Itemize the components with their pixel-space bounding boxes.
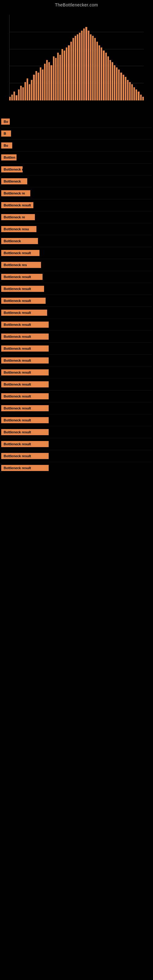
chart-bar xyxy=(105,52,107,100)
list-item: Bottleneck result xyxy=(0,283,153,294)
bottleneck-result-badge: Bottleneck result xyxy=(1,429,49,435)
bottleneck-result-badge: Bottleneck result xyxy=(1,417,49,423)
site-title: TheBottlenecker.com xyxy=(0,0,153,9)
list-item: Bottleneck xyxy=(0,235,153,247)
bottleneck-result-badge: Bottleneck xyxy=(1,178,27,185)
chart-bar xyxy=(83,29,85,100)
chart-bar xyxy=(103,51,104,100)
bottleneck-result-badge: Bottleneck result xyxy=(1,202,33,208)
chart-bar xyxy=(127,80,129,100)
list-item: Bottleneck result xyxy=(0,307,153,318)
chart-bar xyxy=(62,49,63,100)
list-item: Bottleneck result xyxy=(0,379,153,390)
chart-bar xyxy=(66,48,67,100)
chart-bar xyxy=(48,62,50,100)
chart-bar xyxy=(110,60,111,100)
chart-bar xyxy=(9,97,11,100)
list-item: Bottleneck result xyxy=(0,355,153,366)
chart-bar xyxy=(13,92,15,100)
list-item: Bottleneck result xyxy=(0,319,153,331)
chart-bar xyxy=(123,75,124,100)
chart-bar xyxy=(70,41,72,100)
chart-bar xyxy=(24,82,26,100)
bottleneck-result-badge: Bottleneck result xyxy=(1,369,49,375)
chart-bar xyxy=(35,71,37,100)
list-item: Bottleneck result xyxy=(0,367,153,378)
chart-bar xyxy=(33,75,35,100)
bottleneck-result-badge: Bottleneck result xyxy=(1,334,49,340)
bottleneck-result-badge: Bottleneck result xyxy=(1,250,40,256)
bottleneck-result-badge: Bottleneck result xyxy=(1,321,49,328)
list-item: Bottleneck res xyxy=(0,259,153,271)
chart-bar xyxy=(125,77,126,100)
bottleneck-result-badge: Bottleneck result xyxy=(1,405,49,411)
list-item: Bo xyxy=(0,116,153,127)
list-item: Bottleneck re xyxy=(0,211,153,223)
chart-bar xyxy=(64,51,65,100)
bottleneck-result-badge: Bo xyxy=(1,119,10,125)
chart-bar xyxy=(101,48,102,100)
list-item: Bottleneck result xyxy=(0,426,153,438)
bottleneck-result-badge: Bottleneck result xyxy=(1,465,49,471)
bottleneck-result-badge: Bottlen xyxy=(1,154,16,161)
chart-bar xyxy=(90,34,91,100)
bottleneck-result-badge: B xyxy=(1,130,11,137)
bottleneck-result-badge: Bottleneck result xyxy=(1,345,49,352)
list-item: Bottleneck re xyxy=(0,188,153,199)
chart-bar xyxy=(140,95,142,100)
list-item: Bottleneck result xyxy=(0,271,153,283)
list-item: Bottleneck result xyxy=(0,402,153,414)
chart-bar xyxy=(42,70,43,100)
list-item: Bottleneck result xyxy=(0,343,153,354)
chart-bar xyxy=(75,36,76,100)
chart-bar xyxy=(99,45,100,100)
list-item: Bottleneck result xyxy=(0,390,153,402)
list-item: Bottleneck resu xyxy=(0,223,153,235)
chart-bar xyxy=(22,87,24,100)
bottleneck-result-badge: Bottleneck result xyxy=(1,310,47,316)
chart-bar xyxy=(118,70,120,100)
chart-bar xyxy=(38,73,39,100)
results-container: BoBBoBottlenBottleneck rBottleneckBottle… xyxy=(0,113,153,474)
bottleneck-result-badge: Bottleneck result xyxy=(1,441,49,447)
list-item: Bottleneck result xyxy=(0,247,153,259)
bottleneck-result-badge: Bottleneck result xyxy=(1,393,49,399)
chart-bar xyxy=(31,80,32,100)
chart-bar xyxy=(27,78,28,100)
chart-bar xyxy=(112,62,113,100)
chart-bar xyxy=(57,52,59,100)
chart-bar xyxy=(40,67,41,100)
bottleneck-result-badge: Bottleneck res xyxy=(1,262,41,268)
chart-bar xyxy=(135,89,137,100)
chart-bar xyxy=(138,92,139,100)
list-item: Bottleneck result xyxy=(0,450,153,462)
chart-bar xyxy=(79,33,80,100)
chart-bar xyxy=(96,41,98,100)
list-item: Bottleneck result xyxy=(0,295,153,307)
chart-bar xyxy=(120,73,122,100)
chart-bar xyxy=(29,84,30,100)
chart-bar xyxy=(11,95,13,100)
bottleneck-result-badge: Bottleneck result xyxy=(1,274,43,280)
chart-bar xyxy=(129,82,131,100)
bottleneck-result-badge: Bottleneck re xyxy=(1,214,35,220)
chart-bar xyxy=(114,65,115,100)
chart-bar xyxy=(116,67,118,100)
chart-bar xyxy=(107,56,109,100)
chart-bar xyxy=(59,55,61,100)
bottleneck-result-badge: Bottleneck result xyxy=(1,298,46,304)
chart-bar xyxy=(16,95,17,100)
bottleneck-result-badge: Bottleneck re xyxy=(1,190,30,196)
list-item: Bo xyxy=(0,140,153,151)
bottleneck-result-badge: Bottleneck r xyxy=(1,166,22,172)
bottleneck-result-badge: Bottleneck result xyxy=(1,357,49,364)
chart-bar xyxy=(55,58,57,100)
chart-bar xyxy=(46,60,48,100)
list-item: B xyxy=(0,128,153,139)
bottleneck-result-badge: Bottleneck result xyxy=(1,381,49,387)
list-item: Bottleneck result xyxy=(0,462,153,474)
chart-bar xyxy=(85,27,87,100)
chart-bar xyxy=(131,84,133,100)
bottleneck-result-badge: Bottleneck result xyxy=(1,453,49,459)
bottleneck-result-badge: Bottleneck xyxy=(1,238,38,244)
